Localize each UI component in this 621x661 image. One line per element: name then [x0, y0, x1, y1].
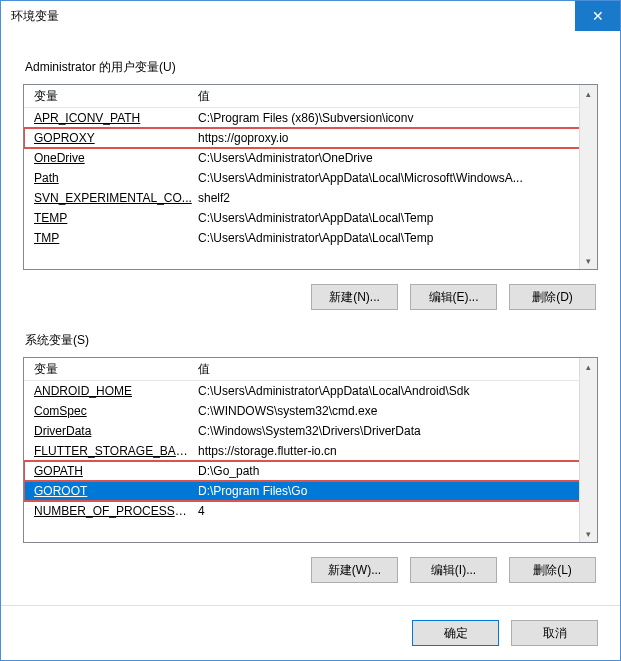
table-row[interactable]: GOROOTD:\Program Files\Go: [24, 481, 597, 501]
scroll-up-icon[interactable]: ▴: [580, 358, 597, 375]
col-header-value[interactable]: 值: [194, 361, 597, 378]
var-value: 4: [194, 504, 597, 518]
table-row[interactable]: GOPROXYhttps://goproxy.io: [24, 128, 597, 148]
var-name: SVN_EXPERIMENTAL_CO...: [24, 191, 194, 205]
table-row[interactable]: OneDriveC:\Users\Administrator\OneDrive: [24, 148, 597, 168]
user-scrollbar[interactable]: ▴ ▾: [579, 85, 597, 269]
table-row[interactable]: DriverDataC:\Windows\System32\Drivers\Dr…: [24, 421, 597, 441]
table-row[interactable]: ANDROID_HOMEC:\Users\Administrator\AppDa…: [24, 381, 597, 401]
var-value: shelf2: [194, 191, 597, 205]
sys-vars-list[interactable]: 变量 值 ANDROID_HOMEC:\Users\Administrator\…: [23, 357, 598, 543]
user-button-row: 新建(N)... 编辑(E)... 删除(D): [23, 284, 596, 310]
table-row[interactable]: NUMBER_OF_PROCESSORS4: [24, 501, 597, 521]
sys-edit-button[interactable]: 编辑(I)...: [410, 557, 497, 583]
var-name: DriverData: [24, 424, 194, 438]
titlebar: 环境变量 ✕: [1, 1, 620, 31]
user-delete-button[interactable]: 删除(D): [509, 284, 596, 310]
close-icon: ✕: [592, 8, 604, 24]
var-value: C:\Users\Administrator\AppData\Local\Tem…: [194, 231, 597, 245]
var-value: C:\Users\Administrator\AppData\Local\Tem…: [194, 211, 597, 225]
var-name: GOPATH: [24, 464, 194, 478]
env-vars-dialog: 环境变量 ✕ Administrator 的用户变量(U) 变量 值 APR_I…: [0, 0, 621, 661]
scroll-down-icon[interactable]: ▾: [580, 525, 597, 542]
sys-button-row: 新建(W)... 编辑(I)... 删除(L): [23, 557, 596, 583]
var-value: C:\Users\Administrator\AppData\Local\And…: [194, 384, 597, 398]
table-row[interactable]: GOPATHD:\Go_path: [24, 461, 597, 481]
var-value: C:\Windows\System32\Drivers\DriverData: [194, 424, 597, 438]
var-name: Path: [24, 171, 194, 185]
ok-button[interactable]: 确定: [412, 620, 499, 646]
var-value: D:\Go_path: [194, 464, 597, 478]
window-title: 环境变量: [11, 8, 59, 25]
var-value: https://storage.flutter-io.cn: [194, 444, 597, 458]
table-row[interactable]: ComSpecC:\WINDOWS\system32\cmd.exe: [24, 401, 597, 421]
var-name: GOPROXY: [24, 131, 194, 145]
var-name: OneDrive: [24, 151, 194, 165]
var-value: D:\Program Files\Go: [194, 484, 597, 498]
sys-scrollbar[interactable]: ▴ ▾: [579, 358, 597, 542]
col-header-name[interactable]: 变量: [24, 88, 194, 105]
table-row[interactable]: FLUTTER_STORAGE_BASE_...https://storage.…: [24, 441, 597, 461]
user-edit-button[interactable]: 编辑(E)...: [410, 284, 497, 310]
user-list-header: 变量 值: [24, 85, 597, 108]
var-name: GOROOT: [24, 484, 194, 498]
var-name: TEMP: [24, 211, 194, 225]
col-header-value[interactable]: 值: [194, 88, 597, 105]
var-name: APR_ICONV_PATH: [24, 111, 194, 125]
col-header-name[interactable]: 变量: [24, 361, 194, 378]
table-row[interactable]: APR_ICONV_PATHC:\Program Files (x86)\Sub…: [24, 108, 597, 128]
var-name: NUMBER_OF_PROCESSORS: [24, 504, 194, 518]
var-value: C:\Program Files (x86)\Subversion\iconv: [194, 111, 597, 125]
table-row[interactable]: PathC:\Users\Administrator\AppData\Local…: [24, 168, 597, 188]
close-button[interactable]: ✕: [575, 1, 620, 31]
var-name: FLUTTER_STORAGE_BASE_...: [24, 444, 194, 458]
table-row[interactable]: TEMPC:\Users\Administrator\AppData\Local…: [24, 208, 597, 228]
var-value: C:\Users\Administrator\OneDrive: [194, 151, 597, 165]
var-name: TMP: [24, 231, 194, 245]
scroll-down-icon[interactable]: ▾: [580, 252, 597, 269]
cancel-button[interactable]: 取消: [511, 620, 598, 646]
dialog-footer: 确定 取消: [1, 605, 620, 660]
user-new-button[interactable]: 新建(N)...: [311, 284, 398, 310]
var-name: ComSpec: [24, 404, 194, 418]
table-row[interactable]: SVN_EXPERIMENTAL_CO...shelf2: [24, 188, 597, 208]
content-area: Administrator 的用户变量(U) 变量 值 APR_ICONV_PA…: [1, 31, 620, 583]
user-vars-label: Administrator 的用户变量(U): [25, 59, 598, 76]
user-vars-list[interactable]: 变量 值 APR_ICONV_PATHC:\Program Files (x86…: [23, 84, 598, 270]
sys-new-button[interactable]: 新建(W)...: [311, 557, 398, 583]
var-value: https://goproxy.io: [194, 131, 597, 145]
table-row[interactable]: TMPC:\Users\Administrator\AppData\Local\…: [24, 228, 597, 248]
sys-vars-label: 系统变量(S): [25, 332, 598, 349]
var-value: C:\WINDOWS\system32\cmd.exe: [194, 404, 597, 418]
var-name: ANDROID_HOME: [24, 384, 194, 398]
sys-list-header: 变量 值: [24, 358, 597, 381]
scroll-up-icon[interactable]: ▴: [580, 85, 597, 102]
sys-delete-button[interactable]: 删除(L): [509, 557, 596, 583]
var-value: C:\Users\Administrator\AppData\Local\Mic…: [194, 171, 597, 185]
